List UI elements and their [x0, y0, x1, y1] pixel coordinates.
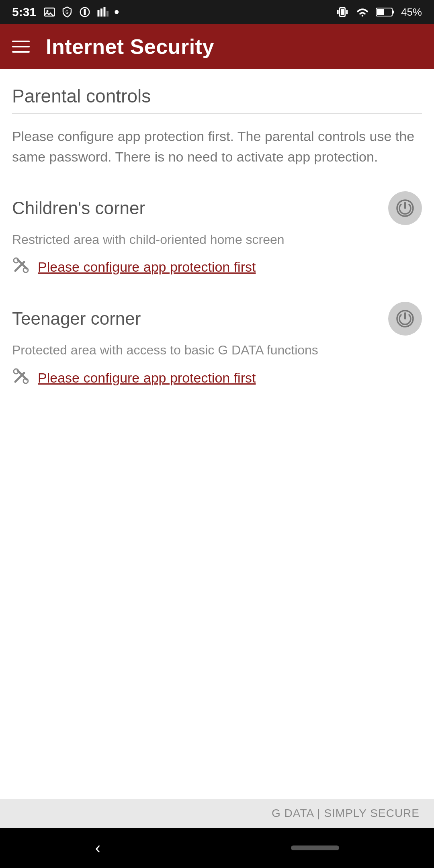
bars-icon: [96, 6, 108, 18]
section-header: Parental controls: [12, 69, 422, 113]
status-dot: •: [114, 4, 119, 20]
teenager-corner-title: Teenager corner: [12, 309, 141, 329]
svg-rect-15: [377, 9, 384, 15]
image-icon: [43, 6, 55, 18]
battery-percentage: 45%: [401, 6, 422, 18]
hamburger-line-2: [12, 46, 30, 47]
shield-icon: G: [61, 6, 73, 18]
footer: G DATA | SIMPLY SECURE: [0, 799, 434, 828]
status-bar: 5:31 G: [0, 0, 434, 24]
status-right: 45%: [336, 6, 422, 18]
app-bar: Internet Security: [0, 24, 434, 69]
power-icon-teenager: [395, 309, 415, 328]
vibrate-icon: [336, 6, 349, 18]
footer-text: G DATA | SIMPLY SECURE: [272, 807, 420, 820]
childrens-corner-title: Children's corner: [12, 198, 145, 218]
status-icons: G •: [43, 4, 119, 20]
svg-rect-6: [100, 8, 102, 16]
section-title: Parental controls: [12, 85, 422, 107]
svg-rect-14: [392, 10, 394, 14]
section-description: Please configure app protection first. T…: [12, 126, 422, 175]
svg-rect-5: [98, 10, 100, 16]
childrens-corner-configure-row: Please configure app protection first: [12, 256, 422, 278]
childrens-corner-header: Children's corner: [12, 191, 422, 225]
svg-rect-11: [337, 10, 339, 14]
teenager-corner-power-button[interactable]: [388, 302, 422, 336]
childrens-corner-configure-link[interactable]: Please configure app protection first: [38, 259, 256, 275]
hamburger-line-1: [12, 41, 30, 42]
circle-icon: [79, 6, 91, 18]
teenager-corner-item: Teenager corner Protected area with acce…: [12, 286, 422, 397]
teenager-corner-header: Teenager corner: [12, 302, 422, 336]
status-left: 5:31 G: [12, 4, 119, 20]
app-title: Internet Security: [46, 35, 214, 59]
hamburger-line-3: [12, 51, 30, 53]
wrench-icon-children: [12, 256, 30, 278]
back-button[interactable]: ‹: [95, 838, 101, 858]
childrens-corner-item: Children's corner Restricted area with c…: [12, 175, 422, 286]
power-icon-children: [395, 199, 415, 218]
svg-rect-4: [84, 9, 86, 15]
section-divider: [12, 113, 422, 114]
menu-button[interactable]: [12, 41, 30, 53]
svg-rect-8: [106, 11, 108, 17]
status-time: 5:31: [12, 5, 36, 19]
main-content: Parental controls Please configure app p…: [0, 69, 434, 397]
svg-point-1: [47, 10, 49, 12]
teenager-corner-description: Protected area with access to basic G DA…: [12, 341, 422, 359]
svg-rect-7: [104, 7, 106, 17]
teenager-corner-configure-row: Please configure app protection first: [12, 367, 422, 389]
wifi-icon: [355, 6, 370, 18]
svg-text:G: G: [66, 10, 69, 14]
teenager-corner-configure-link[interactable]: Please configure app protection first: [38, 370, 256, 386]
childrens-corner-description: Restricted area with child-oriented home…: [12, 231, 422, 249]
bottom-nav: ‹: [0, 828, 434, 868]
wrench-icon-teenager: [12, 367, 30, 389]
svg-rect-10: [341, 9, 344, 15]
battery-icon: [376, 7, 395, 17]
childrens-corner-power-button[interactable]: [388, 191, 422, 225]
svg-rect-12: [346, 10, 348, 14]
home-pill[interactable]: [291, 845, 339, 850]
